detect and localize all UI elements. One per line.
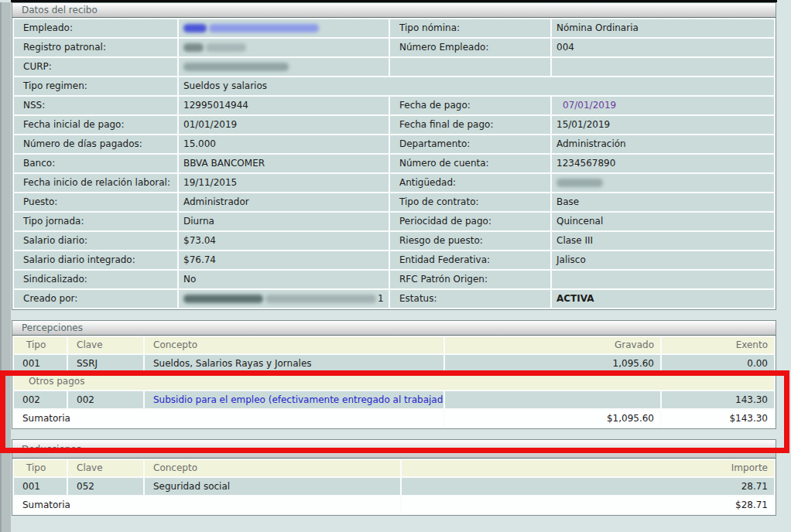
field-label-creado-por: Creado por: [14, 290, 177, 308]
empty-cell [390, 58, 550, 76]
field-value-tipo-nomina: Nómina Ordinaria [552, 19, 774, 37]
field-value-puesto: Administrador [179, 193, 389, 211]
field-value-departamento: Administración [552, 135, 774, 153]
deducciones-sumatoria-importe: $28.71 [402, 496, 774, 513]
field-value-fecha-relacion-laboral: 19/11/2015 [179, 174, 389, 192]
panel-deducciones: Deducciones Tipo Clave Concepto Importe … [12, 439, 776, 516]
field-label-banco: Banco: [14, 155, 177, 172]
field-value-tipo-jornada: Diurna [179, 213, 389, 230]
left-gutter [0, 2, 11, 532]
percepcion-row-tipo: 001 [14, 355, 67, 372]
field-label-numero-empleado: Número Empleado: [390, 39, 550, 56]
section-title-datos: Datos del recibo [12, 3, 776, 18]
panel-percepciones: Percepciones Tipo Clave Concepto Gravado… [12, 320, 776, 429]
field-value-numero-empleado: 004 [552, 39, 774, 56]
field-value-estatus: ACTIVA [552, 290, 774, 308]
col-header-concepto: Concepto [145, 460, 400, 476]
field-label-periocidad-pago: Periocidad de pago: [390, 213, 550, 230]
field-label-puesto: Puesto: [14, 193, 177, 211]
field-value-fecha-final: 15/01/2019 [552, 116, 774, 134]
field-value-dias-pagados: 15.000 [179, 135, 389, 153]
redacted-registro [206, 43, 246, 52]
field-label-fecha-pago: Fecha de pago: [390, 97, 550, 114]
field-value-salario-diario: $73.04 [179, 232, 389, 250]
field-label-salario-integrado: Salario diario integrado: [14, 251, 177, 269]
subsidio-empleo-link[interactable]: Subsidio para el empleo (efectivamente e… [145, 391, 443, 408]
field-value-riesgo-puesto: Clase III [552, 232, 774, 250]
col-header-concepto: Concepto [145, 337, 443, 353]
deducciones-table: Tipo Clave Concepto Importe 001 052 Segu… [12, 459, 776, 515]
field-label-fecha-inicial: Fecha inicial de pago: [14, 116, 177, 134]
deduccion-row-clave: 052 [68, 478, 143, 495]
field-label-estatus: Estatus: [390, 290, 550, 308]
field-label-dias-pagados: Número de días pagados: [14, 135, 177, 153]
field-value-periocidad-pago: Quincenal [552, 213, 774, 230]
receipt-page: Datos del recibo Empleado: Tipo nómina: … [12, 2, 776, 516]
otros-pagos-row-tipo: 002 [14, 391, 67, 408]
col-header-clave: Clave [68, 460, 143, 476]
col-header-importe: Importe [402, 460, 774, 476]
field-label-fecha-final: Fecha final de pago: [390, 116, 550, 134]
field-label-registro-patronal: Registro patronal: [14, 39, 177, 56]
field-value-curp [179, 58, 389, 76]
col-header-clave: Clave [68, 337, 143, 353]
field-label-rfc-patron: RFC Patrón Origen: [390, 271, 550, 288]
panel-datos-recibo: Datos del recibo Empleado: Tipo nómina: … [12, 2, 776, 310]
redacted-employee-name [183, 24, 207, 32]
field-value-banco: BBVA BANCOMER [179, 155, 389, 172]
field-value-numero-cuenta: 1234567890 [552, 155, 774, 172]
redacted-creator-email [265, 295, 376, 303]
redacted-employee-name [209, 24, 319, 32]
field-label-empleado: Empleado: [14, 19, 177, 37]
deduccion-row-concepto: Seguridad social [145, 478, 400, 495]
field-label-riesgo-puesto: Riesgo de puesto: [390, 232, 550, 250]
creator-visible-suffix: 1 [378, 293, 384, 304]
field-value-rfc-patron [552, 271, 774, 288]
field-value-registro-patronal [179, 39, 389, 56]
otros-pagos-row-clave: 002 [68, 391, 143, 408]
percepcion-row-gravado: 1,095.60 [445, 355, 660, 372]
section-title-deducciones: Deducciones [12, 440, 776, 459]
col-header-tipo: Tipo [14, 460, 67, 476]
field-value-nss: 12995014944 [179, 97, 389, 114]
field-label-departamento: Departamento: [390, 135, 550, 153]
field-value-creado-por: 1 [179, 290, 389, 308]
field-value-antiguedad [552, 174, 774, 192]
field-value-salario-integrado: $76.74 [179, 251, 389, 269]
redacted-curp [183, 63, 289, 71]
field-label-sindicalizado: Sindicalizado: [14, 271, 177, 288]
col-header-gravado: Gravado [445, 337, 660, 353]
percepciones-table: Tipo Clave Concepto Gravado Exento 001 S… [12, 336, 776, 428]
otros-pagos-row-gravado [445, 391, 660, 408]
field-label-antiguedad: Antigüedad: [390, 174, 550, 192]
field-label-curp: CURP: [14, 58, 177, 76]
field-value-fecha-inicial: 01/01/2019 [179, 116, 389, 134]
field-label-tipo-jornada: Tipo jornada: [14, 213, 177, 230]
percepciones-sumatoria-gravado: $1,095.60 [445, 410, 660, 427]
field-value-tipo-contrato: Base [552, 193, 774, 211]
field-value-entidad-federativa: Jalisco [552, 251, 774, 269]
field-value-empleado[interactable] [179, 19, 389, 37]
field-label-tipo-regimen: Tipo regimen: [14, 77, 177, 95]
deduccion-row-importe: 28.71 [402, 478, 774, 495]
deduccion-row-tipo: 001 [14, 478, 67, 495]
percepciones-sumatoria-exento: $143.30 [662, 410, 774, 427]
field-label-fecha-relacion-laboral: Fecha inicio de relación laboral: [14, 174, 177, 192]
redacted-antiguedad [556, 179, 603, 187]
field-value-sindicalizado: No [179, 271, 389, 288]
col-header-tipo: Tipo [14, 337, 67, 353]
field-value-fecha-pago[interactable]: 07/01/2019 [552, 97, 774, 114]
field-label-numero-cuenta: Número de cuenta: [390, 155, 550, 172]
fecha-pago-link[interactable]: 07/01/2019 [563, 100, 616, 111]
field-label-tipo-contrato: Tipo de contrato: [390, 193, 550, 211]
otros-pagos-row-exento: 143.30 [662, 391, 774, 408]
field-label-salario-diario: Salario diario: [14, 232, 177, 250]
section-title-percepciones: Percepciones [12, 321, 776, 336]
percepcion-row-clave: SSRJ [68, 355, 143, 372]
datos-grid: Empleado: Tipo nómina: Nómina Ordinaria … [12, 18, 776, 309]
field-label-entidad-federativa: Entidad Federativa: [390, 251, 550, 269]
percepcion-row-concepto: Sueldos, Salarios Rayas y Jornales [145, 355, 443, 372]
empty-cell [552, 58, 774, 76]
percepciones-sumatoria-label: Sumatoria [14, 410, 443, 427]
field-label-nss: NSS: [14, 97, 177, 114]
